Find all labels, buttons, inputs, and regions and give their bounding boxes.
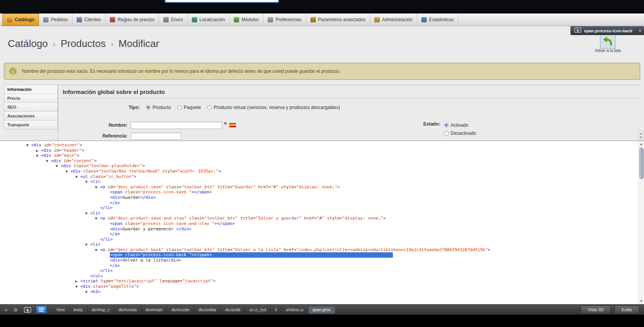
twisty-open-icon[interactable]: ▼ [95,248,100,253]
scroll-up-arrow[interactable]: ▲ [639,141,644,147]
dom-path-div-toolba[interactable]: div.toolba [194,306,221,314]
dom-node-code[interactable]: <a id="desc-product-save" class="toolbar… [100,184,340,189]
dom-tree-node[interactable]: ▼<li> [0,211,644,216]
dom-node-code[interactable]: </a> [110,200,120,205]
dom-tree-node[interactable]: </a> [0,200,644,206]
chevron-down-icon[interactable]: ▾ [636,29,641,33]
dom-tree-node[interactable]: </li> [0,205,644,211]
dom-tree-node[interactable]: ▼<a id="desc-product-save" class="toolba… [0,184,644,190]
dom-path-li[interactable]: li [271,306,282,314]
dom-node-code[interactable]: <div class="toolbar-placeholder"> [61,163,145,168]
dom-tree-node[interactable]: ▼<div id="container"> [0,143,644,148]
product-tab-seo[interactable]: SEO [4,102,58,112]
estilo-button[interactable]: Estilo [614,305,639,314]
dom-node-code[interactable]: <span class="process-icon-save "></span> [110,189,212,195]
dom-path-div-toolb[interactable]: div.toolb [221,306,245,314]
twisty-open-icon[interactable]: ▼ [56,164,61,169]
dom-path-body[interactable]: body [69,306,87,314]
tab-pedidos[interactable]: Pedidos [39,13,72,26]
radio-unselected[interactable] [444,131,449,136]
dom-node-code[interactable]: <ul class="cc_button"> [80,174,137,179]
breadcrumb-productos[interactable]: Productos [60,38,106,49]
dom-node-code[interactable]: </a> [110,231,120,236]
dom-tree-node[interactable]: </li> [0,268,644,273]
product-tab-asociaciones[interactable]: Asociaciones [4,111,58,121]
twisty-open-icon[interactable]: ▼ [85,290,90,295]
dom-node-code[interactable]: <h3> [90,289,101,294]
close-icon[interactable]: × [3,305,9,315]
dom-node-code[interactable]: <div id="main"> [41,153,79,158]
search-input[interactable] [165,0,279,3]
dom-tree-node[interactable]: ▼<div class="toolbar-placeholder"> [0,163,644,169]
tipo-option-paquete[interactable]: Paquete [177,104,201,110]
breadcrumb-modificar[interactable]: Modificar [119,38,159,49]
radio-unselected[interactable] [207,105,212,110]
dom-node-code[interactable]: <div id="header"> [41,148,85,153]
product-tab-precio[interactable]: Precio [4,94,58,103]
dom-tree-node[interactable]: ▼<li> [0,242,644,247]
back-to-list-button[interactable]: Volver a la lista [585,35,630,53]
dom-node-code[interactable]: <div id="content"> [51,158,97,163]
dom-tree-node[interactable]: </li> [0,237,644,242]
radio-unselected[interactable] [177,105,182,110]
dom-tree-node[interactable]: <span class="process-icon-save-and-stay … [0,221,644,226]
dom-tree-node[interactable]: ▼<div id="content"> [0,158,644,164]
gear-icon[interactable]: ⚙ [12,307,19,313]
twisty-open-icon[interactable]: ▼ [95,185,100,190]
dom-tree-node[interactable]: ▼<h3> [0,289,644,295]
dom-tree-node[interactable]: ▼<div class="pageTitle"> [0,284,644,289]
dom-node-code[interactable]: <li> [90,179,101,184]
dom-path-div-conta[interactable]: div#conta [114,306,141,314]
scroll-down-arrow[interactable]: ▼ [639,298,644,304]
dom-tree-node[interactable]: ▼<a id="desc-product-back" class="toolba… [0,247,644,253]
dom-node-code[interactable]: <script type="text/javascript" language=… [80,278,216,283]
tab-catalogo[interactable]: Catálogo [2,13,39,26]
dom-tree-node[interactable]: <span class="process-icon-back "></span> [0,252,644,258]
dom-path-html[interactable]: html [52,306,69,314]
inspect-element-icon[interactable] [22,306,34,314]
tipo-option-producto-virtual-servicios-reserva-y-productos-descargables[interactable]: Producto virtual (servicios, reserva y p… [207,104,340,110]
referencia-input[interactable] [131,132,181,140]
dom-node-code[interactable]: </ul> [90,273,103,278]
tab-administracion[interactable]: Administración [370,13,417,26]
dom-tree-node[interactable]: ▶<script type="text/javascript" language… [0,278,644,284]
dom-path-span-proc[interactable]: span.proc [308,306,335,314]
dom-tree-node[interactable]: <span class="process-icon-save "></span> [0,189,644,195]
tab-preferencias[interactable]: Preferencias [263,13,306,26]
dom-tree-node[interactable]: </a> [0,263,644,268]
firebug-scrollbar[interactable]: ▲ ▼ [638,141,644,304]
dom-node-code[interactable]: <div id="container"> [31,143,82,148]
dom-node-code[interactable]: <div>Guardar y permanecer </div> [110,226,191,231]
dom-tree-node[interactable]: ▼<div id="main"> [0,153,644,158]
page-scrollbar[interactable]: ▲ ▼ [638,131,644,140]
dom-tree-node[interactable]: <div>Volver a la lista</div> [0,258,644,263]
dom-node-code[interactable]: <li> [90,242,101,247]
dom-node-code[interactable]: <div>Guardar</div> [110,195,156,200]
dom-tree-node[interactable]: ▶<div id="header"> [0,148,644,153]
estado-option-activado[interactable]: Activado [444,121,476,128]
inspector-element-chip[interactable]: span.process-icon-back ▾ [570,26,644,35]
dom-node-code[interactable]: <li> [90,211,101,216]
dom-node-code[interactable]: <span class="process-icon-save-and-stay … [110,221,235,226]
tab-estadisticas[interactable]: Estadísticas [417,13,459,26]
twisty-open-icon[interactable]: ▼ [85,211,90,216]
twisty-closed-icon[interactable]: ▶ [36,148,41,154]
twisty-open-icon[interactable]: ▼ [85,242,90,248]
product-tab-informacion[interactable]: Información [4,85,58,94]
product-tab-transporte[interactable]: Transporte [4,120,58,129]
dom-path-div-main[interactable]: div#main [141,306,167,314]
dom-tree-node[interactable]: ▼<li> [0,179,644,184]
dom-tree-node[interactable]: ▼<a id="desc-product-save-and-stay" clas… [0,216,644,221]
scroll-up-arrow[interactable]: ▲ [640,132,642,135]
tab-clientes[interactable]: Clientes [72,13,106,26]
dom-node-code[interactable]: <div class="pageTitle"> [80,284,139,289]
twisty-open-icon[interactable]: ▼ [85,179,90,185]
radio-selected[interactable] [444,123,449,127]
dom-path-div-conte[interactable]: div#conte [167,306,194,314]
tipo-option-producto[interactable]: Producto [146,104,171,110]
twisty-open-icon[interactable]: ▼ [36,153,41,159]
dom-node-code[interactable]: </li> [100,205,113,210]
scroll-down-arrow[interactable]: ▼ [640,136,642,139]
dom-node-code[interactable]: <a id="desc-product-back" class="toolbar… [100,247,490,252]
dom-node-code[interactable]: <div>Volver a la lista</div> [110,258,181,263]
